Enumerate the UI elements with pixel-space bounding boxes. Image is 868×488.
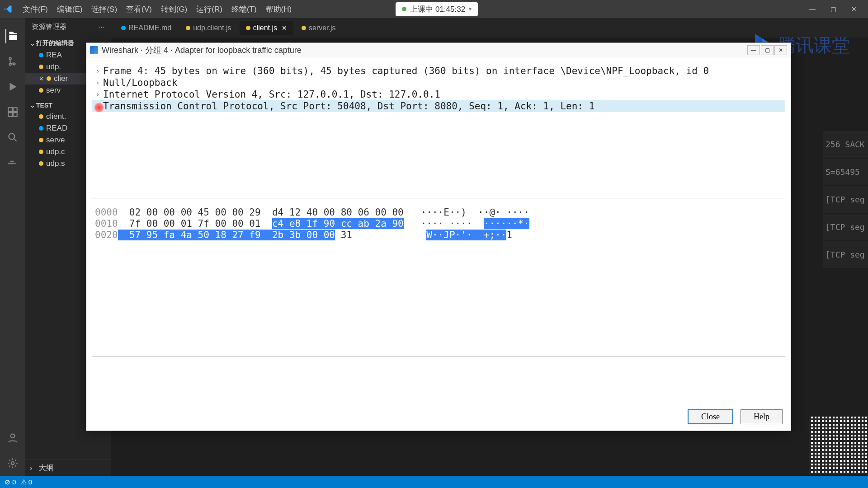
chevron-right-icon: › — [30, 464, 36, 473]
hex-row: 0020 57 95 fa 4a 50 18 27 f9 2b 3b 00 00… — [95, 230, 782, 241]
status-bar: ⊘ 0 ⚠ 0 — [0, 476, 868, 488]
dialog-close[interactable]: ✕ — [774, 45, 787, 55]
menu-goto[interactable]: 转到(G) — [156, 4, 192, 14]
status-label: 上课中 01:45:32 — [410, 4, 465, 14]
menu-edit[interactable]: 编辑(E) — [52, 4, 87, 14]
status-dot-icon — [402, 7, 406, 11]
chevron-right-icon: › — [96, 79, 103, 86]
dialog-minimize[interactable]: — — [747, 45, 760, 55]
account-icon[interactable] — [5, 431, 20, 445]
settings-icon[interactable] — [5, 456, 20, 470]
wireshark-dialog: Wireshark · 分组 4 · Adapter for loopback … — [86, 42, 791, 431]
dialog-title: Wireshark · 分组 4 · Adapter for loopback … — [102, 45, 302, 56]
menu-run[interactable]: 运行(R) — [192, 4, 227, 14]
run-debug-icon[interactable] — [5, 80, 20, 94]
tree-row[interactable]: ›Internet Protocol Version 4, Src: 127.0… — [92, 89, 785, 100]
tab-udp-client[interactable]: udp.client.js — [179, 21, 238, 35]
chevron-right-icon: › — [96, 67, 103, 75]
close-icon[interactable]: ✕ — [282, 24, 287, 32]
dialog-button-row: Close Help — [688, 409, 783, 424]
extensions-icon[interactable] — [5, 105, 20, 119]
menu-help[interactable]: 帮助(H) — [261, 4, 297, 14]
vscode-logo-icon — [4, 5, 13, 14]
chevron-down-icon: ▾ — [469, 6, 472, 12]
status-errors[interactable]: ⊘ 0 — [5, 478, 16, 486]
menu-select[interactable]: 选择(S) — [87, 4, 122, 14]
packet-tree-pane[interactable]: ›Frame 4: 45 bytes on wire (360 bits), 4… — [92, 63, 785, 198]
tree-row-tcp[interactable]: ›Transmission Control Protocol, Src Port… — [92, 100, 785, 112]
recording-status[interactable]: 上课中 01:45:32 ▾ — [396, 2, 478, 16]
explorer-icon[interactable] — [5, 29, 20, 43]
menu-terminal[interactable]: 终端(T) — [227, 4, 261, 14]
help-button[interactable]: Help — [741, 409, 783, 424]
close-button[interactable]: Close — [688, 409, 733, 424]
window-minimize[interactable]: — — [802, 2, 823, 16]
close-icon[interactable]: ✕ — [39, 75, 44, 82]
source-control-icon[interactable] — [5, 54, 20, 69]
menu-file[interactable]: 文件(F) — [18, 4, 52, 14]
status-warnings[interactable]: ⚠ 0 — [21, 478, 33, 486]
docker-icon[interactable] — [5, 155, 20, 170]
more-icon[interactable]: ⋯ — [98, 23, 105, 31]
cursor-highlight-icon: › — [96, 103, 103, 110]
search-icon[interactable] — [5, 130, 20, 145]
tab-server[interactable]: server.js — [295, 21, 342, 35]
dialog-title-bar[interactable]: Wireshark · 分组 4 · Adapter for loopback … — [86, 43, 791, 57]
svg-point-1 — [11, 434, 15, 438]
window-close[interactable]: ✕ — [844, 2, 864, 16]
activity-bar — [0, 18, 25, 476]
window-maximize[interactable]: ▢ — [823, 2, 844, 16]
qr-code — [809, 416, 868, 474]
chevron-down-icon: ⌄ — [30, 40, 36, 47]
chevron-right-icon: › — [96, 91, 103, 98]
tab-readme[interactable]: README.md — [115, 21, 178, 35]
tree-row[interactable]: ›Null/Loopback — [92, 77, 785, 89]
tree-row[interactable]: ›Frame 4: 45 bytes on wire (360 bits), 4… — [92, 65, 785, 77]
svg-point-2 — [11, 462, 14, 465]
menu-bar: 文件(F) 编辑(E) 选择(S) 查看(V) 转到(G) 运行(R) 终端(T… — [0, 0, 868, 18]
menu-view[interactable]: 查看(V) — [122, 4, 156, 14]
dialog-maximize[interactable]: ▢ — [761, 45, 774, 55]
chevron-down-icon: ⌄ — [30, 102, 36, 109]
window-controls: — ▢ ✕ — [802, 2, 864, 16]
hex-row: 0010 7f 00 00 01 7f 00 00 01 c4 e8 1f 90… — [95, 218, 782, 230]
hex-dump-pane[interactable]: 0000 02 00 00 00 45 00 00 29 d4 12 40 00… — [92, 204, 785, 357]
hex-row: 0000 02 00 00 00 45 00 00 29 d4 12 40 00… — [95, 207, 782, 218]
sidebar-title: 资源管理器 ⋯ — [25, 18, 111, 36]
outline-section[interactable]: › 大纲 — [25, 460, 111, 476]
wireshark-icon — [90, 46, 98, 54]
background-code-fragments: 256 SACK S=65495 [TCP seg [TCP seg [TCP … — [823, 131, 868, 269]
svg-point-0 — [9, 133, 14, 139]
tab-client[interactable]: client.js✕ — [240, 21, 293, 35]
